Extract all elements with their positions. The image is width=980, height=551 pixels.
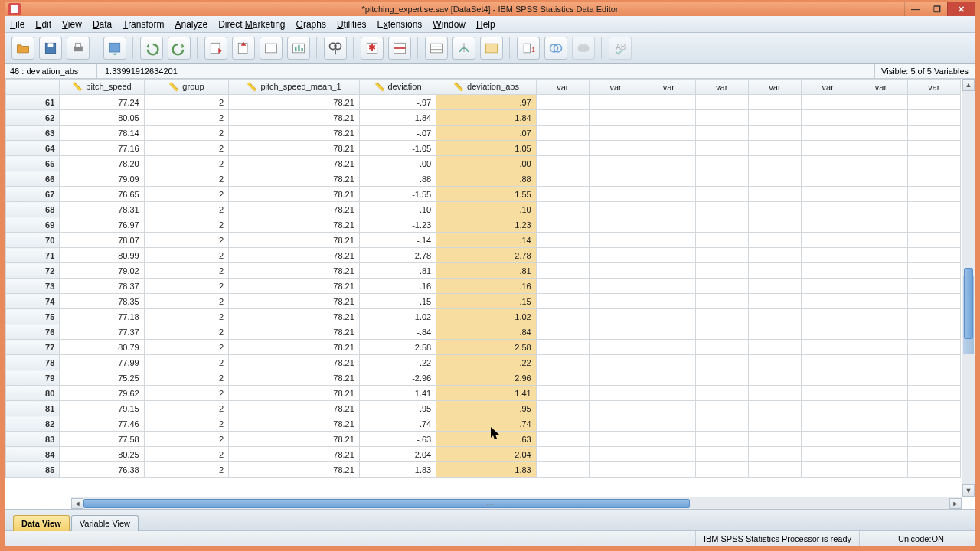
cell-deviation-abs[interactable]: .07 xyxy=(436,126,537,141)
cell-empty[interactable] xyxy=(802,370,854,386)
cell-empty[interactable] xyxy=(590,462,642,478)
cell-empty[interactable] xyxy=(907,263,960,279)
close-button[interactable]: ✕ xyxy=(947,2,975,16)
cell-pitch-speed[interactable]: 78.14 xyxy=(60,126,144,141)
cell-empty[interactable] xyxy=(695,217,748,233)
cell-empty[interactable] xyxy=(854,171,907,187)
table-row[interactable]: 7677.37278.21-.84.84 xyxy=(6,324,961,340)
cell-empty[interactable] xyxy=(748,110,801,126)
cell-deviation[interactable]: -.97 xyxy=(359,95,436,110)
tab-data-view[interactable]: Data View xyxy=(13,515,70,531)
cell-mean[interactable]: 78.21 xyxy=(229,126,360,141)
cell-empty[interactable] xyxy=(695,279,748,294)
cell-pitch-speed[interactable]: 77.16 xyxy=(60,141,144,156)
cell-empty[interactable] xyxy=(642,340,695,355)
cell-empty[interactable] xyxy=(536,370,589,386)
cell-group[interactable]: 2 xyxy=(144,110,228,126)
cell-empty[interactable] xyxy=(642,95,695,110)
cell-deviation-abs[interactable]: .63 xyxy=(436,432,537,447)
cell-deviation[interactable]: -.74 xyxy=(359,416,436,432)
cell-empty[interactable] xyxy=(748,462,801,478)
cell-pitch-speed[interactable]: 77.37 xyxy=(60,324,144,340)
cell-group[interactable]: 2 xyxy=(144,233,228,248)
row-number[interactable]: 83 xyxy=(6,432,60,447)
cell-empty[interactable] xyxy=(695,141,748,156)
col-deviation-abs[interactable]: 📏deviation_abs xyxy=(436,80,537,95)
cell-deviation-abs[interactable]: .74 xyxy=(436,416,537,432)
col-var[interactable]: var xyxy=(907,80,960,95)
cell-empty[interactable] xyxy=(590,233,642,248)
cell-empty[interactable] xyxy=(590,171,642,187)
cell-empty[interactable] xyxy=(536,171,589,187)
cell-empty[interactable] xyxy=(590,156,642,171)
table-row[interactable]: 7877.99278.21-.22.22 xyxy=(6,355,961,370)
cell-empty[interactable] xyxy=(802,401,854,416)
cell-empty[interactable] xyxy=(590,309,642,324)
cell-deviation[interactable]: 2.78 xyxy=(359,248,436,263)
cell-empty[interactable] xyxy=(695,110,748,126)
cell-empty[interactable] xyxy=(695,294,748,309)
cell-empty[interactable] xyxy=(802,141,854,156)
cell-empty[interactable] xyxy=(907,370,960,386)
cell-deviation-abs[interactable]: 2.78 xyxy=(436,248,537,263)
table-row[interactable]: 8377.58278.21-.63.63 xyxy=(6,432,961,447)
cell-empty[interactable] xyxy=(536,126,589,141)
cell-pitch-speed[interactable]: 80.79 xyxy=(60,340,144,355)
cell-mean[interactable]: 78.21 xyxy=(229,95,360,110)
menu-help[interactable]: Help xyxy=(476,19,495,30)
cell-empty[interactable] xyxy=(802,340,854,355)
cell-mean[interactable]: 78.21 xyxy=(229,324,360,340)
cell-group[interactable]: 2 xyxy=(144,370,228,386)
cell-empty[interactable] xyxy=(802,432,854,447)
cell-mean[interactable]: 78.21 xyxy=(229,217,360,233)
cell-empty[interactable] xyxy=(536,263,589,279)
cell-group[interactable]: 2 xyxy=(144,202,228,217)
cell-empty[interactable] xyxy=(854,187,907,202)
cell-empty[interactable] xyxy=(854,340,907,355)
cell-empty[interactable] xyxy=(802,324,854,340)
open-button[interactable] xyxy=(11,37,34,60)
cell-empty[interactable] xyxy=(695,432,748,447)
table-row[interactable]: 7975.25278.21-2.962.96 xyxy=(6,370,961,386)
menu-data[interactable]: Data xyxy=(93,19,112,30)
cell-empty[interactable] xyxy=(748,217,801,233)
cell-empty[interactable] xyxy=(748,386,801,401)
cell-empty[interactable] xyxy=(695,171,748,187)
cell-mean[interactable]: 78.21 xyxy=(229,462,360,478)
cell-empty[interactable] xyxy=(695,370,748,386)
cell-pitch-speed[interactable]: 78.35 xyxy=(60,294,144,309)
row-number[interactable]: 84 xyxy=(6,447,60,462)
cell-pitch-speed[interactable]: 76.97 xyxy=(60,217,144,233)
cell-mean[interactable]: 78.21 xyxy=(229,248,360,263)
cell-pitch-speed[interactable]: 78.20 xyxy=(60,156,144,171)
row-number[interactable]: 81 xyxy=(6,401,60,416)
row-number[interactable]: 80 xyxy=(6,386,60,401)
cell-empty[interactable] xyxy=(748,416,801,432)
cell-empty[interactable] xyxy=(695,355,748,370)
cell-empty[interactable] xyxy=(802,263,854,279)
cell-deviation-abs[interactable]: .81 xyxy=(436,263,537,279)
cell-empty[interactable] xyxy=(536,156,589,171)
cell-empty[interactable] xyxy=(536,447,589,462)
row-number[interactable]: 64 xyxy=(6,141,60,156)
cell-empty[interactable] xyxy=(907,355,960,370)
cell-empty[interactable] xyxy=(536,187,589,202)
menu-analyze[interactable]: Analyze xyxy=(175,19,207,30)
cell-empty[interactable] xyxy=(748,248,801,263)
cell-empty[interactable] xyxy=(590,324,642,340)
cell-empty[interactable] xyxy=(854,233,907,248)
cell-group[interactable]: 2 xyxy=(144,294,228,309)
cell-empty[interactable] xyxy=(854,309,907,324)
cell-deviation[interactable]: -.84 xyxy=(359,324,436,340)
row-number[interactable]: 66 xyxy=(6,171,60,187)
cell-pitch-speed[interactable]: 77.58 xyxy=(60,432,144,447)
cell-empty[interactable] xyxy=(854,355,907,370)
cell-pitch-speed[interactable]: 78.31 xyxy=(60,202,144,217)
cell-empty[interactable] xyxy=(854,447,907,462)
cell-mean[interactable]: 78.21 xyxy=(229,202,360,217)
spellcheck-button[interactable]: AB xyxy=(609,37,632,60)
cell-empty[interactable] xyxy=(854,432,907,447)
show-all-variables-button[interactable] xyxy=(544,37,567,60)
table-row[interactable]: 7378.37278.21.16.16 xyxy=(6,279,961,294)
cell-group[interactable]: 2 xyxy=(144,432,228,447)
